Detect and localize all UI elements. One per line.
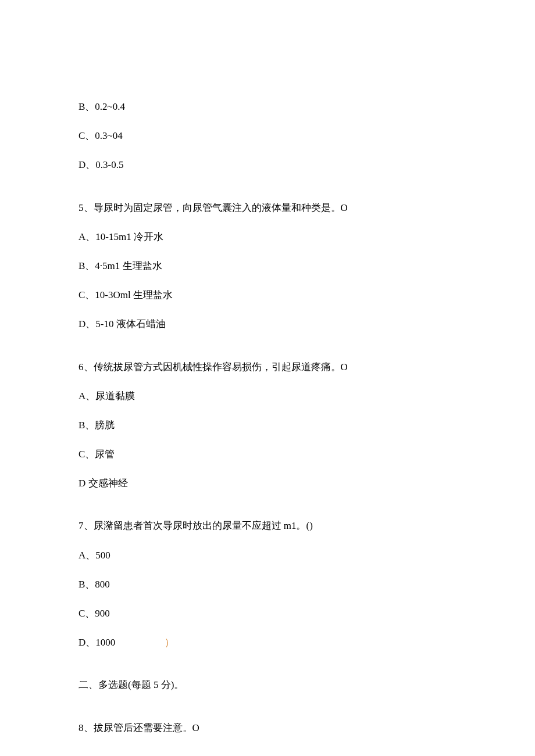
q6-stem: 6、传统拔尿管方式因机械性操作容易损伤，引起尿道疼痛。O xyxy=(79,359,456,375)
q8-stem: 8、拔尿管后还需要注意。O xyxy=(79,720,456,736)
q7-option-d: D、1000 ） xyxy=(79,635,456,650)
q7-option-c: C、900 xyxy=(79,605,456,621)
q5-option-d: D、5-10 液体石蜡油 xyxy=(79,316,456,332)
q7-stem: 7、尿潴留患者首次导尿时放出的尿量不应超过 m1。() xyxy=(79,518,456,533)
q4-option-d: D、0.3-0.5 xyxy=(79,157,456,173)
spacer xyxy=(79,664,456,677)
q7-option-b: B、800 xyxy=(79,576,456,592)
q7-option-a: A、500 xyxy=(79,547,456,563)
spacer xyxy=(79,346,456,359)
q4-option-c: C、0.3~04 xyxy=(79,128,456,144)
q7-option-d-text: D、1000 xyxy=(79,637,115,648)
section-2-heading: 二、多选题(每题 5 分)。 xyxy=(79,677,456,693)
spacer xyxy=(79,504,456,518)
q7-paren: ） xyxy=(165,637,174,648)
q5-option-c: C、10-3Oml 生理盐水 xyxy=(79,287,456,303)
q6-option-b: B、膀胱 xyxy=(79,417,456,433)
spacer xyxy=(79,187,456,200)
q5-option-a: A、10-15m1 冷开水 xyxy=(79,229,456,245)
q6-option-a: A、尿道黏膜 xyxy=(79,388,456,404)
q5-option-b: B、4·5m1 生理盐水 xyxy=(79,258,456,274)
q4-option-b: B、0.2~0.4 xyxy=(79,99,456,114)
q5-stem: 5、导尿时为固定尿管，向尿管气囊注入的液体量和种类是。O xyxy=(79,200,456,216)
q6-option-d: D 交感神经 xyxy=(79,475,456,491)
spacer xyxy=(79,707,456,720)
q6-option-c: C、尿管 xyxy=(79,446,456,462)
